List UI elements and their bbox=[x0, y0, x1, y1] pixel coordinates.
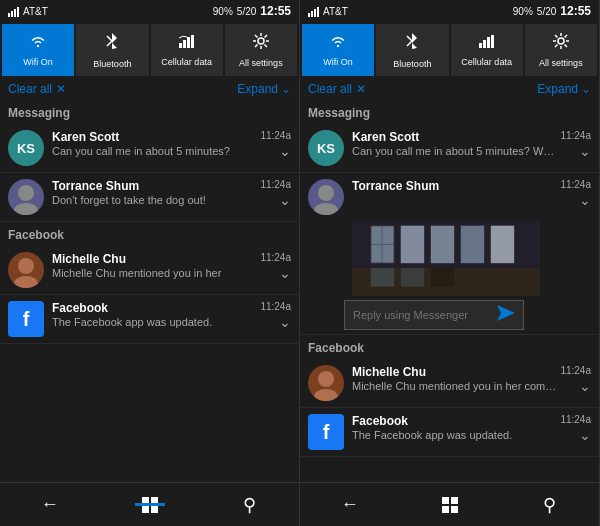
back-btn-right[interactable]: ← bbox=[300, 483, 400, 526]
svg-rect-30 bbox=[371, 268, 394, 287]
qa-cellular-left[interactable]: Cellular data bbox=[151, 24, 223, 76]
qa-settings-right[interactable]: All settings bbox=[525, 24, 597, 76]
status-bar-right: AT&T 90% 5/20 12:55 bbox=[300, 0, 599, 22]
notif-content-facebook-right: Facebook The Facebook app was updated. bbox=[352, 414, 556, 441]
svg-point-14 bbox=[318, 185, 334, 201]
avatar-michelle-right bbox=[308, 365, 344, 401]
signal-icon bbox=[8, 5, 19, 17]
notif-facebook-left[interactable]: f Facebook The Facebook app was updated.… bbox=[0, 295, 299, 344]
chevron-down-icon-right: ⌄ bbox=[581, 82, 591, 96]
search-icon-left: ⚲ bbox=[243, 494, 256, 516]
chevron-facebook-right: ⌄ bbox=[579, 427, 591, 443]
action-bar-left: Clear all ✕ Expand ⌄ bbox=[0, 78, 299, 100]
group-messaging-right: Messaging bbox=[300, 100, 599, 124]
time-right: 12:55 bbox=[560, 4, 591, 18]
notifications-right: Messaging KS Karen Scott Can you call me… bbox=[300, 100, 599, 482]
status-bar-left: AT&T 90% 5/20 12:55 bbox=[0, 0, 299, 22]
search-btn-right[interactable]: ⚲ bbox=[499, 483, 599, 526]
bottom-nav-right: ← ⚲ bbox=[300, 482, 599, 526]
qa-wifi-right[interactable]: Wifi On bbox=[302, 24, 374, 76]
svg-point-7 bbox=[18, 258, 34, 274]
notif-torrance-right[interactable]: Torrance Shum 11:24a ⌄ bbox=[300, 173, 599, 335]
signal-icon-right bbox=[308, 5, 319, 17]
svg-rect-1 bbox=[183, 40, 186, 48]
bluetooth-icon-left bbox=[105, 31, 119, 56]
right-panel: AT&T 90% 5/20 12:55 Wifi On bbox=[300, 0, 600, 526]
back-icon-right: ← bbox=[341, 494, 359, 515]
notif-meta-torrance-left: 11:24a ⌄ bbox=[260, 179, 291, 208]
svg-rect-10 bbox=[483, 40, 486, 48]
time-left: 12:55 bbox=[260, 4, 291, 18]
group-messaging-left: Messaging bbox=[0, 100, 299, 124]
notif-karen-left[interactable]: KS Karen Scott Can you call me in about … bbox=[0, 124, 299, 173]
settings-icon-left bbox=[252, 32, 270, 55]
quick-actions-left: Wifi On Bluetooth bbox=[0, 22, 299, 78]
avatar-karen-right: KS bbox=[308, 130, 344, 166]
chevron-michelle-left: ⌄ bbox=[279, 265, 291, 281]
qa-cellular-right[interactable]: Cellular data bbox=[451, 24, 523, 76]
svg-point-5 bbox=[18, 185, 34, 201]
search-btn-left[interactable]: ⚲ bbox=[199, 483, 299, 526]
home-btn-right[interactable] bbox=[400, 483, 500, 526]
close-icon-right: ✕ bbox=[356, 82, 366, 96]
svg-point-15 bbox=[314, 203, 338, 215]
qa-bluetooth-label-right: Bluetooth bbox=[393, 59, 431, 70]
chevron-facebook-left: ⌄ bbox=[279, 314, 291, 330]
bottom-nav-left: ← ⚲ bbox=[0, 482, 299, 526]
status-right-right: 90% 5/20 12:55 bbox=[513, 4, 591, 18]
clear-all-btn-right[interactable]: Clear all ✕ bbox=[308, 82, 366, 96]
notif-facebook-right[interactable]: f Facebook The Facebook app was updated.… bbox=[300, 408, 599, 457]
qa-wifi-label-right: Wifi On bbox=[323, 57, 353, 68]
svg-rect-12 bbox=[491, 35, 494, 48]
windows-icon-right bbox=[442, 497, 458, 513]
qa-settings-left[interactable]: All settings bbox=[225, 24, 297, 76]
notif-count-right: 5/20 bbox=[537, 6, 556, 17]
qa-bluetooth-left[interactable]: Bluetooth bbox=[76, 24, 148, 76]
svg-rect-0 bbox=[179, 43, 182, 48]
qa-wifi-left[interactable]: Wifi On bbox=[2, 24, 74, 76]
svg-rect-11 bbox=[487, 37, 490, 48]
notif-content-torrance-right: Torrance Shum bbox=[352, 179, 556, 194]
chevron-torrance-left: ⌄ bbox=[279, 192, 291, 208]
notif-meta-facebook-right: 11:24a ⌄ bbox=[560, 414, 591, 443]
chevron-karen-left: ⌄ bbox=[279, 143, 291, 159]
notif-michelle-right[interactable]: Michelle Chu Michelle Chu mentioned you … bbox=[300, 359, 599, 408]
expand-btn-right[interactable]: Expand ⌄ bbox=[537, 82, 591, 96]
notif-meta-torrance-right: 11:24a ⌄ bbox=[560, 179, 591, 208]
wifi-icon-left bbox=[28, 33, 48, 54]
send-reply-btn[interactable] bbox=[497, 305, 515, 325]
qa-bluetooth-right[interactable]: Bluetooth bbox=[376, 24, 448, 76]
cellular-icon-left bbox=[178, 33, 196, 54]
notif-michelle-left[interactable]: Michelle Chu Michelle Chu mentioned you … bbox=[0, 246, 299, 295]
chevron-torrance-right: ⌄ bbox=[579, 192, 591, 208]
avatar-torrance-right bbox=[308, 179, 344, 215]
left-panel: AT&T 90% 5/20 12:55 Wifi On bbox=[0, 0, 300, 526]
status-left-right: AT&T bbox=[308, 5, 348, 17]
settings-icon-right bbox=[552, 32, 570, 55]
notif-torrance-left[interactable]: Torrance Shum Don't forget to take the d… bbox=[0, 173, 299, 222]
back-btn-left[interactable]: ← bbox=[0, 483, 100, 526]
quick-actions-right: Wifi On Bluetooth Cellular bbox=[300, 22, 599, 78]
battery-right: 90% bbox=[513, 6, 533, 17]
bluetooth-icon-right bbox=[405, 31, 419, 56]
notif-content-michelle-right: Michelle Chu Michelle Chu mentioned you … bbox=[352, 365, 556, 392]
notif-meta-michelle-left: 11:24a ⌄ bbox=[260, 252, 291, 281]
reply-box-torrance[interactable] bbox=[344, 300, 524, 330]
notif-count-left: 5/20 bbox=[237, 6, 256, 17]
clear-all-btn-left[interactable]: Clear all ✕ bbox=[8, 82, 66, 96]
battery-left: 90% bbox=[213, 6, 233, 17]
svg-point-35 bbox=[314, 389, 338, 401]
svg-rect-9 bbox=[479, 43, 482, 48]
notif-karen-right[interactable]: KS Karen Scott Can you call me in about … bbox=[300, 124, 599, 173]
expand-btn-left[interactable]: Expand ⌄ bbox=[237, 82, 291, 96]
status-left: AT&T bbox=[8, 5, 48, 17]
action-bar-right: Clear all ✕ Expand ⌄ bbox=[300, 78, 599, 100]
notifications-left: Messaging KS Karen Scott Can you call me… bbox=[0, 100, 299, 482]
avatar-torrance-left bbox=[8, 179, 44, 215]
status-right: 90% 5/20 12:55 bbox=[213, 4, 291, 18]
close-icon-left: ✕ bbox=[56, 82, 66, 96]
reply-input-torrance[interactable] bbox=[353, 309, 491, 321]
svg-point-6 bbox=[14, 203, 38, 215]
chevron-down-icon-left: ⌄ bbox=[281, 82, 291, 96]
avatar-michelle-left bbox=[8, 252, 44, 288]
